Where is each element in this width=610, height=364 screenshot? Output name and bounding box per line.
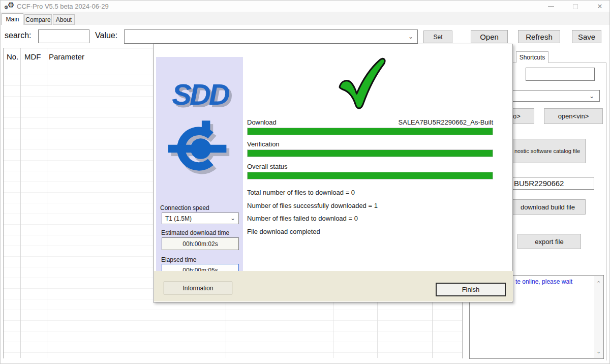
dialog-side-panel: SDD Connection speed T1 (1.5M) bbox=[156, 57, 243, 272]
listbox-scrollbar[interactable]: ⌃ ⌄ bbox=[594, 276, 603, 358]
close-icon: ✕ bbox=[597, 3, 603, 10]
estimated-time-label: Estimated download time bbox=[161, 229, 229, 236]
set-button[interactable]: Set bbox=[423, 31, 452, 43]
tab-about[interactable]: About bbox=[53, 14, 75, 25]
maximize-button[interactable] bbox=[568, 2, 583, 11]
value-combobox[interactable]: ⌄ bbox=[124, 29, 418, 44]
connection-speed-label: Connection speed bbox=[160, 204, 209, 211]
column-divider bbox=[47, 48, 47, 358]
open-vin-button[interactable]: open<vin> bbox=[544, 108, 603, 124]
window-title: CCF-Pro V5.5 beta 2024-06-29 bbox=[17, 3, 109, 10]
export-file-button[interactable]: export file bbox=[517, 234, 581, 249]
sdd-download-dialog: SDD Connection speed T1 (1.5M) bbox=[153, 44, 513, 302]
tab-compare[interactable]: Compare bbox=[24, 14, 52, 25]
tab-main[interactable]: Main bbox=[2, 13, 23, 25]
connection-speed-select[interactable]: T1 (1.5M) ⌄ bbox=[162, 213, 239, 224]
column-header-parameter: Parameter bbox=[49, 52, 84, 61]
success-checkmark-icon bbox=[336, 55, 388, 111]
sdd-logo: SDD bbox=[158, 77, 242, 111]
chevron-down-icon: ⌄ bbox=[408, 34, 413, 40]
close-button[interactable]: ✕ bbox=[592, 2, 607, 11]
app-gears-icon: ⚙ ⚙ bbox=[4, 1, 16, 11]
stat-success-files: Number of files successfully downloaded … bbox=[247, 202, 378, 209]
shortcuts-panel-border-right bbox=[606, 63, 606, 360]
minimize-button[interactable] bbox=[543, 2, 559, 11]
finish-button[interactable]: Finish bbox=[436, 283, 506, 296]
save-button[interactable]: Save bbox=[572, 30, 601, 43]
chevron-down-icon: ⌄ bbox=[230, 215, 235, 221]
maximize-icon bbox=[573, 4, 578, 9]
download-build-file-button[interactable]: download build file bbox=[510, 199, 586, 215]
open-button[interactable]: Open bbox=[471, 30, 508, 43]
tab-bar: Main Compare About bbox=[1, 12, 610, 24]
download-label: Download bbox=[247, 118, 277, 126]
estimated-time-field: 00h:00m:02s bbox=[162, 237, 239, 250]
scroll-up-icon[interactable]: ⌃ bbox=[594, 280, 603, 287]
app-window: ⚙ ⚙ CCF-Pro V5.5 beta 2024-06-29 ✕ Main … bbox=[0, 0, 610, 364]
title-bar: ⚙ ⚙ CCF-Pro V5.5 beta 2024-06-29 ✕ bbox=[1, 1, 610, 12]
chevron-down-icon: ⌄ bbox=[589, 93, 594, 99]
overall-status-label: Overall status bbox=[247, 163, 287, 170]
search-input[interactable] bbox=[38, 29, 89, 43]
verification-progressbar bbox=[247, 149, 493, 157]
scroll-down-icon[interactable]: ⌄ bbox=[594, 348, 603, 355]
sdd-connector-icon bbox=[168, 120, 232, 177]
overall-progressbar bbox=[247, 172, 493, 179]
download-filename: SALEA7BU5R2290662_As-Built bbox=[385, 118, 493, 126]
stat-total-files: Total number of files to download = 0 bbox=[247, 189, 355, 196]
value-label: Value: bbox=[95, 31, 117, 40]
stat-failed-files: Number of files failed to download = 0 bbox=[247, 215, 358, 222]
information-button[interactable]: Information bbox=[164, 282, 232, 294]
column-divider bbox=[20, 48, 21, 358]
dialog-footer: Information Finish bbox=[154, 271, 513, 301]
shortcuts-input[interactable] bbox=[526, 68, 595, 81]
search-label: search: bbox=[5, 31, 31, 40]
stat-completed: File download completed bbox=[247, 228, 320, 235]
tab-shortcuts[interactable]: Shortcuts bbox=[516, 51, 548, 63]
column-header-mdf: MDF bbox=[24, 52, 41, 61]
status-log-text: te online, please wait bbox=[515, 278, 572, 285]
refresh-button[interactable]: Refresh bbox=[518, 30, 560, 43]
download-progressbar bbox=[247, 128, 493, 135]
minimize-icon bbox=[548, 6, 554, 7]
elapsed-time-label: Elapsed time bbox=[161, 256, 196, 263]
verification-label: Verification bbox=[247, 140, 280, 148]
column-header-no: No. bbox=[7, 52, 18, 61]
